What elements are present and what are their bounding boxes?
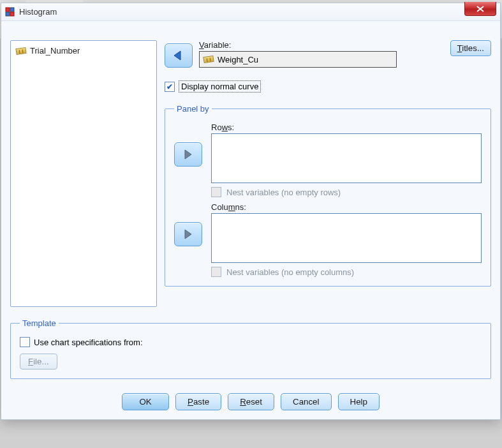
columns-label: Columns: bbox=[211, 202, 482, 212]
rows-listbox[interactable] bbox=[211, 133, 482, 183]
source-var-label: Trial_Number bbox=[30, 46, 80, 56]
file-button: File... bbox=[20, 354, 57, 370]
display-normal-curve-checkbox[interactable]: ✔ bbox=[165, 82, 175, 92]
rows-label: Rows: bbox=[211, 123, 482, 132]
variable-field[interactable]: Weight_Cu bbox=[199, 51, 397, 68]
close-icon bbox=[476, 6, 484, 12]
svg-rect-2 bbox=[6, 12, 10, 16]
nest-rows-checkbox: ✔ bbox=[211, 187, 221, 197]
dialog-button-row: OK Paste Reset Cancel Help bbox=[10, 393, 491, 410]
titlebar: Histogram bbox=[1, 3, 500, 21]
svg-rect-1 bbox=[10, 8, 14, 11]
move-to-columns-button[interactable] bbox=[174, 222, 202, 246]
nest-columns-checkbox: ✔ bbox=[211, 267, 221, 277]
columns-listbox[interactable] bbox=[211, 213, 482, 263]
cancel-button[interactable]: Cancel bbox=[281, 393, 332, 410]
scale-icon bbox=[15, 47, 26, 54]
template-legend: Template bbox=[20, 318, 59, 328]
variable-value: Weight_Cu bbox=[218, 55, 258, 64]
close-button[interactable] bbox=[464, 2, 496, 16]
titles-button[interactable]: Titles... bbox=[450, 40, 491, 56]
variable-label: Variable: bbox=[199, 40, 397, 50]
panel-by-group: Panel by bbox=[165, 104, 491, 287]
help-button[interactable]: Help bbox=[338, 393, 380, 410]
paste-button[interactable]: Paste bbox=[175, 393, 221, 410]
arrow-left-icon bbox=[172, 50, 186, 61]
svg-rect-3 bbox=[10, 12, 14, 16]
list-item[interactable]: Trial_Number bbox=[15, 45, 152, 57]
app-icon bbox=[5, 7, 15, 17]
nest-rows-label: Nest variables (no empty rows) bbox=[226, 188, 341, 197]
move-variable-button[interactable] bbox=[165, 43, 193, 68]
ok-button[interactable]: OK bbox=[122, 393, 169, 410]
use-chart-spec-checkbox[interactable]: ✔ bbox=[20, 337, 30, 347]
panel-by-legend: Panel by bbox=[174, 104, 212, 114]
arrow-right-icon bbox=[181, 228, 195, 240]
scale-icon bbox=[203, 56, 214, 63]
reset-button[interactable]: Reset bbox=[228, 393, 274, 410]
move-to-rows-button[interactable] bbox=[174, 142, 202, 167]
use-chart-spec-label: Use chart specifications from: bbox=[34, 338, 143, 347]
display-normal-curve-label: Display normal curve bbox=[179, 80, 261, 93]
histogram-dialog: Histogram Trial_Number Titles... bbox=[1, 3, 501, 420]
svg-rect-0 bbox=[6, 8, 10, 11]
arrow-right-icon bbox=[181, 149, 195, 160]
source-variable-list[interactable]: Trial_Number bbox=[10, 40, 157, 307]
template-group: Template ✔ Use chart specifications from… bbox=[10, 318, 491, 379]
nest-columns-label: Nest variables (no empty columns) bbox=[226, 267, 354, 277]
window-title: Histogram bbox=[19, 7, 57, 17]
